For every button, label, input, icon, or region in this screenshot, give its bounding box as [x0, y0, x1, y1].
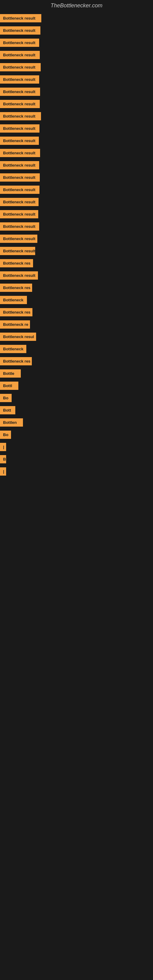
- result-badge: Bottleneck result: [0, 88, 40, 96]
- result-row: Bottleneck: [0, 343, 153, 355]
- result-badge: Bottleneck result: [0, 38, 39, 47]
- result-row: Bottleneck resul: [0, 331, 153, 343]
- result-row: Bottleneck res: [0, 282, 153, 294]
- result-badge: Bottlen: [0, 418, 23, 426]
- result-badge: Bottleneck result: [0, 124, 40, 133]
- result-badge: Bottleneck result: [0, 137, 39, 145]
- result-row: Bottleneck result: [0, 110, 153, 122]
- result-row: Bottleneck res: [0, 306, 153, 318]
- result-row: Bottleneck result: [0, 12, 153, 24]
- result-row: Bottleneck result: [0, 159, 153, 171]
- result-row: Bottleneck result: [0, 86, 153, 98]
- result-row: Bott: [0, 404, 153, 416]
- result-row: Bottleneck result: [0, 73, 153, 86]
- result-row: Bottleneck re: [0, 318, 153, 331]
- result-badge: Bottleneck result: [0, 198, 38, 206]
- result-row: Bo: [0, 392, 153, 404]
- result-row: [0, 477, 153, 485]
- result-badge: Bottleneck result: [0, 112, 41, 120]
- result-badge: Bottleneck result: [0, 247, 35, 255]
- result-row: Bottleneck res: [0, 355, 153, 367]
- result-row: Bottleneck result: [0, 269, 153, 282]
- result-badge: Bottleneck result: [0, 235, 37, 243]
- result-row: Bo: [0, 428, 153, 441]
- result-row: |: [0, 465, 153, 477]
- result-badge: Bottleneck result: [0, 271, 38, 280]
- result-row: |: [0, 441, 153, 453]
- result-badge: Bottleneck: [0, 296, 27, 304]
- result-badge: Bottleneck result: [0, 14, 41, 22]
- result-badge: Bottleneck result: [0, 51, 40, 59]
- result-badge: Bottleneck result: [0, 26, 40, 35]
- result-badge: Bottleneck: [0, 345, 26, 353]
- result-badge: Bottleneck result: [0, 173, 40, 181]
- results-container: Bottleneck resultBottleneck resultBottle…: [0, 11, 153, 501]
- result-row: Bottleneck result: [0, 37, 153, 49]
- site-title: TheBottlenecker.com: [0, 0, 153, 11]
- result-row: Bottleneck result: [0, 98, 153, 110]
- result-badge: Bottleneck result: [0, 63, 41, 72]
- result-row: Bottleneck result: [0, 208, 153, 220]
- result-row: Bottleneck result: [0, 232, 153, 245]
- result-badge: |: [0, 443, 6, 451]
- result-badge: Bottleneck res: [0, 357, 32, 365]
- result-row: [0, 492, 153, 500]
- result-row: Bottleneck result: [0, 171, 153, 183]
- result-badge: Bottleneck res: [0, 308, 32, 317]
- result-row: Bottleneck result: [0, 49, 153, 61]
- result-badge: Bo: [0, 431, 11, 439]
- result-badge: Bo: [0, 394, 12, 402]
- result-badge: |: [0, 467, 6, 476]
- result-row: Bottleneck result: [0, 196, 153, 208]
- result-row: Bottleneck result: [0, 183, 153, 196]
- result-badge: Bottleneck resul: [0, 332, 36, 341]
- result-row: Bottleneck result: [0, 134, 153, 147]
- result-row: Bottleneck result: [0, 147, 153, 159]
- result-row: Bottleneck res: [0, 257, 153, 269]
- result-badge: Bottleneck re: [0, 320, 30, 329]
- result-badge: Bottleneck result: [0, 75, 39, 84]
- result-row: Bottlen: [0, 416, 153, 428]
- result-row: Bottleneck result: [0, 245, 153, 257]
- result-row: Bottleneck result: [0, 61, 153, 73]
- result-row: B: [0, 453, 153, 465]
- result-badge: Bott: [0, 406, 15, 414]
- result-badge: Bottleneck res: [0, 259, 33, 267]
- result-row: Bottleneck result: [0, 220, 153, 232]
- result-row: Bottl: [0, 379, 153, 392]
- result-badge: Bottl: [0, 382, 18, 390]
- result-badge: B: [0, 455, 6, 463]
- result-badge: Bottleneck result: [0, 210, 38, 218]
- result-badge: Bottleneck result: [0, 186, 40, 194]
- result-row: [0, 485, 153, 492]
- result-row: Bottleneck result: [0, 24, 153, 37]
- result-badge: Bottleneck result: [0, 222, 39, 231]
- result-badge: Bottle: [0, 369, 21, 378]
- result-badge: Bottleneck result: [0, 161, 39, 169]
- result-row: Bottleneck: [0, 294, 153, 306]
- result-row: Bottleneck result: [0, 122, 153, 134]
- result-badge: Bottleneck result: [0, 149, 40, 157]
- result-badge: Bottleneck result: [0, 100, 40, 108]
- result-badge: Bottleneck res: [0, 283, 32, 292]
- result-row: Bottle: [0, 367, 153, 379]
